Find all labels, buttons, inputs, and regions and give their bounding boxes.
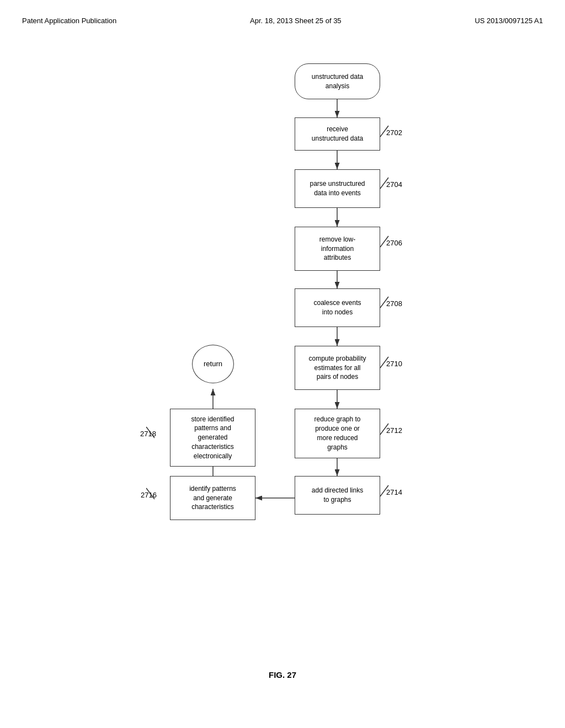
svg-line-19 [146, 488, 154, 499]
node-return: return [192, 345, 234, 383]
svg-line-16 [380, 357, 388, 368]
svg-line-12 [380, 126, 388, 137]
svg-line-20 [146, 427, 154, 438]
header-left: Patent Application Publication [22, 17, 116, 25]
node-2712: reduce graph to produce one or more redu… [295, 409, 380, 458]
node-2702: receive unstructured data [295, 117, 380, 151]
node-2716: identify patterns and generate character… [170, 476, 255, 520]
svg-line-14 [380, 236, 388, 247]
svg-line-17 [380, 424, 388, 435]
header-right: US 2013/0097125 A1 [475, 17, 543, 25]
node-2718: store identified patterns and generated … [170, 409, 255, 467]
node-2708: coalesce events into nodes [295, 288, 380, 327]
svg-line-15 [380, 297, 388, 308]
page-header: Patent Application Publication Apr. 18, … [0, 0, 565, 30]
node-2704: parse unstructured data into events [295, 169, 380, 208]
node-start: unstructured data analysis [295, 63, 380, 99]
arrows-svg [0, 30, 565, 665]
svg-line-18 [380, 485, 388, 496]
node-2710: compute probability estimates for all pa… [295, 346, 380, 390]
figure-caption: FIG. 27 [0, 670, 565, 679]
svg-line-13 [380, 178, 388, 189]
diagram-area: unstructured data analysis receive unstr… [0, 30, 565, 665]
header-center: Apr. 18, 2013 Sheet 25 of 35 [250, 17, 342, 25]
node-2714: add directed links to graphs [295, 476, 380, 515]
node-2706: remove low- information attributes [295, 227, 380, 271]
